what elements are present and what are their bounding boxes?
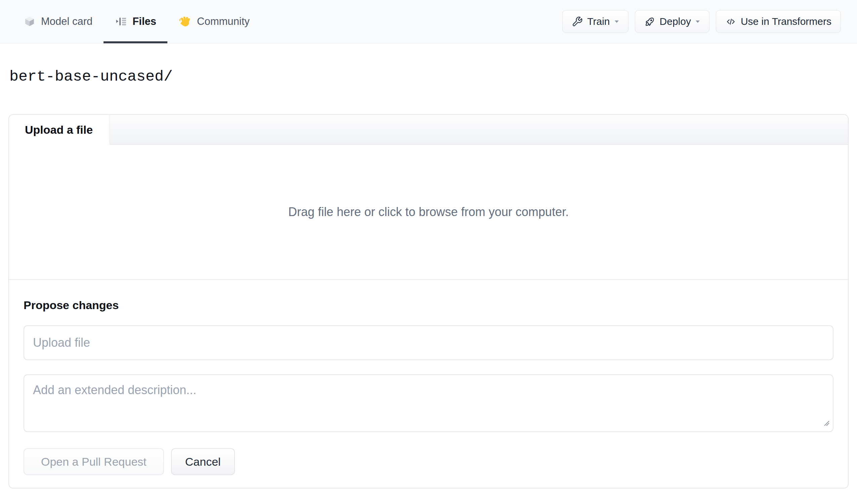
description-field-wrapper <box>23 374 834 432</box>
repo-tabs: Model card Files <box>12 0 261 43</box>
waving-hand-icon <box>179 15 192 28</box>
use-in-transformers-button[interactable]: Use in Transformers <box>716 10 841 33</box>
tab-files-label: Files <box>132 15 156 28</box>
repo-tab-bar: Model card Files <box>0 0 857 43</box>
deploy-button[interactable]: Deploy <box>635 10 709 33</box>
breadcrumb[interactable]: bert-base-uncased/ <box>0 43 857 85</box>
tab-upload-a-file[interactable]: Upload a file <box>9 115 110 145</box>
propose-actions-row: Open a Pull Request Cancel <box>23 448 834 475</box>
deploy-button-label: Deploy <box>660 16 691 27</box>
tab-community-label: Community <box>197 15 250 28</box>
repo-action-buttons: Train Deploy <box>562 0 841 43</box>
propose-changes-section: Propose changes Open a Pull Request Canc… <box>9 280 848 488</box>
open-pull-request-button[interactable]: Open a Pull Request <box>23 448 164 475</box>
propose-changes-heading: Propose changes <box>23 299 834 312</box>
chevron-down-icon <box>614 20 619 23</box>
files-list-icon <box>115 15 128 28</box>
cancel-button[interactable]: Cancel <box>171 448 235 475</box>
train-button[interactable]: Train <box>562 10 628 33</box>
wrench-icon <box>572 16 583 27</box>
extended-description-textarea[interactable] <box>23 374 834 432</box>
tab-model-card-label: Model card <box>41 15 93 28</box>
upload-file-card: Upload a file Drag file here or click to… <box>9 114 848 489</box>
upload-card-header: Upload a file <box>9 115 848 145</box>
upload-filename-input[interactable] <box>23 325 834 360</box>
file-dropzone[interactable]: Drag file here or click to browse from y… <box>9 145 848 280</box>
chevron-down-icon <box>695 20 700 23</box>
cube-icon <box>23 15 36 28</box>
textarea-resize-handle[interactable] <box>823 420 830 428</box>
use-in-transformers-label: Use in Transformers <box>741 16 831 27</box>
tab-model-card[interactable]: Model card <box>12 0 103 43</box>
tab-community[interactable]: Community <box>167 0 261 43</box>
tab-files[interactable]: Files <box>103 0 167 43</box>
code-icon <box>725 16 736 27</box>
train-button-label: Train <box>587 16 610 27</box>
rocket-icon <box>644 16 655 27</box>
dropzone-hint-text: Drag file here or click to browse from y… <box>288 205 569 219</box>
upload-card-header-fill <box>110 115 848 145</box>
